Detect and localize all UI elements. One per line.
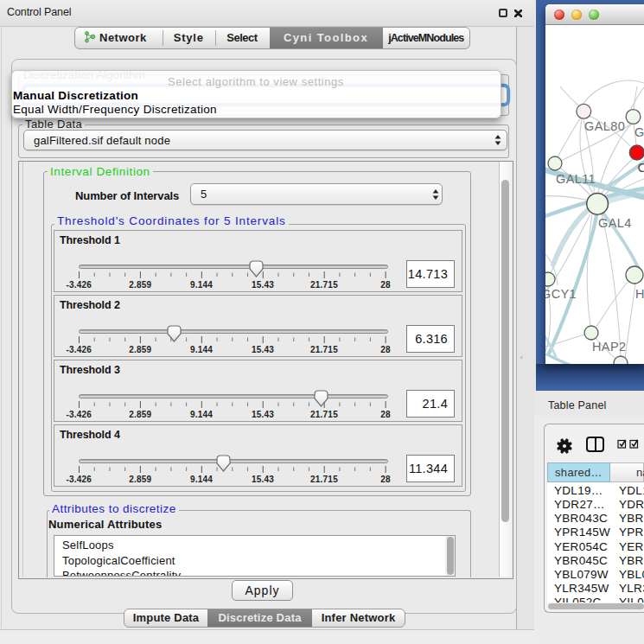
svg-text:G: G [634, 125, 644, 139]
svg-text:GCY1: GCY1 [545, 287, 577, 301]
svg-text:GAL4: GAL4 [598, 216, 632, 230]
svg-text:GAL80: GAL80 [584, 119, 625, 133]
svg-text:H: H [635, 287, 644, 301]
svg-text:GAL11: GAL11 [556, 172, 596, 186]
svg-text:C: C [638, 160, 644, 175]
svg-text:HAP2: HAP2 [592, 340, 626, 354]
